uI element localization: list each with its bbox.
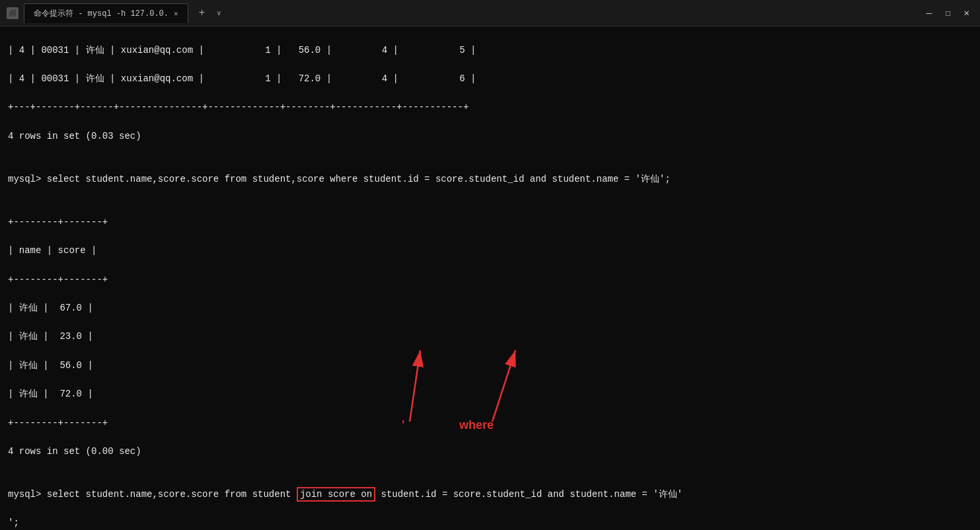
close-button[interactable]: ✕	[964, 7, 969, 19]
app-icon: ⬛	[7, 7, 19, 19]
titlebar: ⬛ 命令提示符 - mysql -h 127.0.0. ✕ + ∨ — ☐ ✕	[0, 0, 980, 26]
terminal-line: | 许仙 | 72.0 |	[8, 387, 972, 402]
terminal-line: | 许仙 | 56.0 |	[8, 359, 972, 373]
terminal-tab[interactable]: 命令提示符 - mysql -h 127.0.0. ✕	[24, 3, 188, 23]
terminal-output: | 4 | 00031 | 许仙 | xuxian@qq.com | 1 | 5…	[0, 26, 980, 530]
new-tab-button[interactable]: +	[194, 5, 211, 22]
terminal-line: 4 rows in set (0.00 sec)	[8, 445, 972, 459]
terminal-line: | 许仙 | 23.0 |	[8, 330, 972, 344]
highlight-join-score-on: join score on	[297, 487, 375, 502]
terminal-line: 4 rows in set (0.03 sec)	[8, 130, 972, 144]
terminal-line: +--------+-------+	[8, 273, 972, 287]
terminal-line: | 4 | 00031 | 许仙 | xuxian@qq.com | 1 | 5…	[8, 44, 972, 58]
terminal-line: | name | score |	[8, 244, 972, 258]
terminal-line: +--------+-------+	[8, 215, 972, 230]
maximize-button[interactable]: ☐	[945, 7, 950, 19]
terminal-query-line: mysql> select student.name,score.score f…	[8, 488, 972, 502]
tab-close-button[interactable]: ✕	[174, 9, 178, 18]
terminal-line: | 许仙 | 67.0 |	[8, 301, 972, 316]
terminal-line: +--------+-------+	[8, 416, 972, 431]
minimize-button[interactable]: —	[926, 8, 932, 19]
tab-title: 命令提示符 - mysql -h 127.0.0.	[34, 8, 169, 19]
terminal-line: mysql> select student.name,score.score f…	[8, 172, 972, 187]
terminal-line: ';	[8, 516, 972, 530]
window-controls: — ☐ ✕	[926, 7, 969, 19]
terminal-line: +---+-------+------+---------------+----…	[8, 100, 972, 115]
tab-dropdown-button[interactable]: ∨	[213, 7, 225, 20]
terminal-line: | 4 | 00031 | 许仙 | xuxian@qq.com | 1 | 7…	[8, 72, 972, 87]
